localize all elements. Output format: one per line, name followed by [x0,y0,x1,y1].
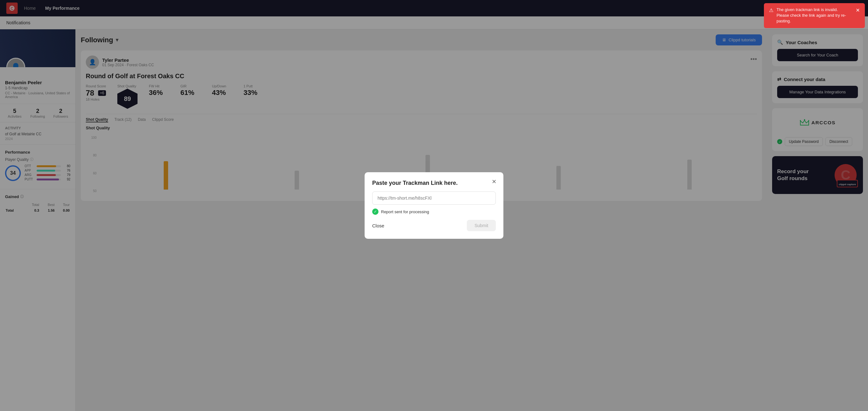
trackman-modal: Paste your Trackman Link here. ✕ ✓ Repor… [365,172,503,239]
modal-close-button[interactable]: Close [372,220,384,231]
modal-overlay[interactable]: Paste your Trackman Link here. ✕ ✓ Repor… [0,0,868,411]
success-message: Report sent for processing [381,210,429,214]
modal-title: Paste your Trackman Link here. [372,180,496,186]
modal-submit-button[interactable]: Submit [467,220,496,231]
success-row: ✓ Report sent for processing [372,209,496,215]
error-banner: ⚠ The given trackman link is invalid. Pl… [764,3,865,28]
modal-close-icon[interactable]: ✕ [490,177,498,186]
warning-icon: ⚠ [769,7,773,14]
trackman-link-input[interactable] [372,191,496,205]
error-message: The given trackman link is invalid. Plea… [777,7,850,24]
error-close-button[interactable]: ✕ [856,7,860,14]
success-check-icon: ✓ [372,209,378,215]
modal-footer: Close Submit [372,220,496,231]
